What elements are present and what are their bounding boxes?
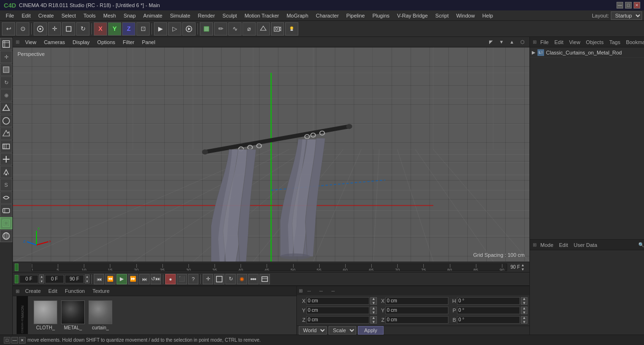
scale-button[interactable] — [62, 22, 75, 36]
viewport-icon-4[interactable]: ⬡ — [518, 38, 527, 46]
viewport-icon-3[interactable]: ▲ — [508, 38, 516, 46]
obj-menu-view[interactable]: View — [567, 38, 582, 46]
viewport-menu-view[interactable]: View — [23, 38, 38, 46]
menu-edit[interactable]: Edit — [18, 12, 35, 19]
start-frame-field[interactable] — [45, 275, 64, 283]
field-button[interactable] — [257, 22, 270, 36]
apply-button[interactable]: Apply — [358, 326, 384, 335]
material-metal[interactable]: METAL_ — [61, 300, 85, 330]
frame-up-arrow[interactable]: ▲ — [521, 263, 528, 267]
menu-character[interactable]: Character — [312, 12, 342, 19]
attr-menu-mode[interactable]: Mode — [538, 241, 555, 249]
menu-mograph[interactable]: MoGraph — [283, 12, 312, 19]
coord-x2-field[interactable] — [385, 297, 448, 305]
menu-snap[interactable]: Snap — [120, 12, 140, 19]
menu-pipeline[interactable]: Pipeline — [342, 12, 368, 19]
left-tool-1[interactable] — [0, 38, 12, 50]
left-tool-15[interactable] — [0, 217, 12, 229]
jump-end-button[interactable]: ⏭ — [139, 274, 150, 284]
coord-b-btn[interactable]: ▲▼ — [521, 316, 528, 324]
viewport-menu-filter[interactable]: Filter — [121, 38, 136, 46]
viewport-canvas[interactable]: Perspective — [13, 47, 529, 262]
coord-y2-field[interactable] — [385, 307, 448, 314]
move-button[interactable]: ✛ — [48, 22, 61, 36]
current-frame-field[interactable] — [19, 275, 38, 283]
left-tool-7[interactable] — [0, 115, 12, 127]
menu-motiontracker[interactable]: Motion Tracker — [241, 12, 283, 19]
menu-window[interactable]: Window — [452, 12, 478, 19]
anim-tool-4[interactable]: ◉ — [237, 274, 247, 284]
menu-help[interactable]: Help — [479, 12, 497, 19]
obj-menu-objects[interactable]: Objects — [584, 38, 605, 46]
anim-tool-2[interactable] — [214, 274, 224, 284]
left-tool-8[interactable] — [0, 127, 12, 140]
mini-icon-3[interactable]: ✕ — [19, 337, 26, 344]
viewport-menu-display[interactable]: Display — [71, 38, 91, 46]
coord-button[interactable]: ⊡ — [136, 22, 150, 36]
coord-z2-field[interactable] — [385, 316, 448, 324]
deform-button[interactable]: ⌀ — [242, 22, 256, 36]
obj-menu-tags[interactable]: Tags — [608, 38, 622, 46]
layout-select[interactable]: Startup — [611, 11, 642, 20]
mini-icon-1[interactable]: □ — [4, 337, 10, 344]
step-back-button[interactable]: ⏪ — [105, 274, 116, 284]
viewport-icon-2[interactable]: ▼ — [497, 38, 506, 46]
coord-x-field[interactable] — [306, 297, 369, 305]
left-tool-14[interactable] — [0, 204, 12, 217]
help-button[interactable]: ? — [188, 274, 198, 284]
undo-button[interactable]: ↩ — [2, 22, 15, 36]
attr-menu-userdata[interactable]: User Data — [572, 241, 599, 249]
frame-inc-button[interactable]: ▲ — [39, 274, 44, 279]
tree-expand-arrow[interactable]: ▶ — [532, 50, 536, 55]
material-cloth[interactable]: CLOTH_ — [34, 300, 57, 330]
left-tool-3[interactable] — [0, 64, 12, 76]
live-selection-button[interactable] — [34, 22, 47, 36]
coord-z-field[interactable] — [306, 316, 369, 324]
coord-h-field[interactable] — [457, 297, 520, 305]
render-region-button[interactable]: ▷ — [168, 22, 181, 36]
close-button[interactable]: ✕ — [634, 2, 640, 9]
coord-y-btn[interactable]: ▲▼ — [370, 307, 377, 314]
left-tool-6[interactable] — [0, 102, 12, 114]
material-curtain[interactable]: curtain_ — [89, 300, 112, 330]
coord-b-field[interactable] — [457, 316, 520, 324]
menu-create[interactable]: Create — [35, 12, 58, 19]
loop-button[interactable]: ↺⏭ — [151, 274, 161, 284]
left-tool-9[interactable] — [0, 140, 12, 153]
left-tool-10[interactable] — [0, 153, 12, 165]
spline-button[interactable]: ∿ — [228, 22, 242, 36]
timeline-ruler[interactable]: 0 5 10 15 20 25 30 35 40 45 50 55 60 65 … — [31, 263, 507, 271]
left-tool-13[interactable] — [0, 191, 12, 204]
coord-h-btn[interactable]: ▲▼ — [521, 297, 528, 305]
menu-plugins[interactable]: Plugins — [368, 12, 393, 19]
viewport-menu-cameras[interactable]: Cameras — [42, 38, 67, 46]
anim-tool-3[interactable]: ↻ — [225, 274, 236, 284]
pen-tool-button[interactable]: ✏ — [214, 22, 227, 36]
menu-select[interactable]: Select — [58, 12, 80, 19]
anim-tool-1[interactable]: ✛ — [203, 274, 213, 284]
end-inc-button[interactable]: ▲ — [85, 274, 89, 279]
attr-search-icon[interactable]: 🔍 — [637, 241, 644, 249]
step-forward-button[interactable]: ⏩ — [128, 274, 138, 284]
end-frame-field[interactable] — [65, 275, 84, 283]
minimize-button[interactable]: — — [617, 2, 623, 9]
attr-menu-edit[interactable]: Edit — [557, 241, 570, 249]
menu-file[interactable]: File — [2, 12, 18, 19]
menu-mesh[interactable]: Mesh — [99, 12, 120, 19]
viewport-menu-panel[interactable]: Panel — [140, 38, 157, 46]
coord-p-field[interactable] — [457, 307, 520, 314]
left-tool-11[interactable] — [0, 166, 12, 178]
coord-world-select[interactable]: World — [299, 326, 327, 335]
mat-menu-texture[interactable]: Texture — [90, 287, 111, 295]
frame-down-arrow[interactable]: ▼ — [521, 268, 528, 272]
cube-button[interactable] — [200, 22, 213, 36]
mat-menu-edit[interactable]: Edit — [46, 287, 59, 295]
z-axis-button[interactable]: Z — [122, 22, 135, 36]
end-dec-button[interactable]: ▼ — [85, 279, 89, 283]
menu-tools[interactable]: Tools — [80, 12, 99, 19]
camera-button[interactable] — [271, 22, 284, 36]
render-button[interactable] — [182, 22, 196, 36]
coord-z-btn[interactable]: ▲▼ — [370, 316, 377, 324]
left-tool-5[interactable]: ⊕ — [0, 89, 12, 101]
obj-menu-bookmarks[interactable]: Bookmarks — [624, 38, 644, 46]
